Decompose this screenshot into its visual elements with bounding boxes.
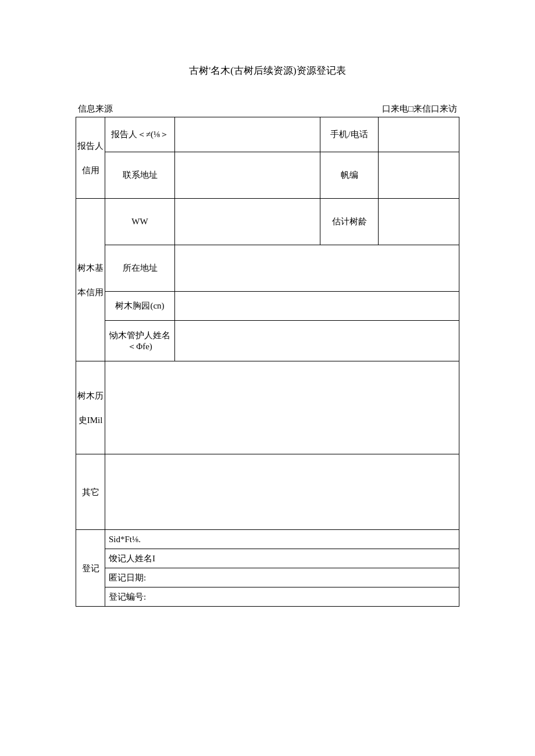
value-est-age[interactable] [379,199,459,245]
register-row-4[interactable]: 登记蝙号: [105,587,459,607]
group-reporter: 报告人信用 [76,117,105,199]
value-other[interactable] [105,454,459,530]
header-row: 信息来源 口来电□来信口来访 [76,103,459,117]
label-ww: WW [105,199,175,245]
label-contact-addr: 联系地址 [105,152,175,199]
label-girth: 树木胸园(cn) [105,292,175,321]
register-row-3[interactable]: 匿记日期: [105,568,459,587]
value-contact-addr[interactable] [175,152,320,199]
label-location: 所在地址 [105,245,175,292]
group-register: 登记 [76,530,105,607]
value-caretaker[interactable] [175,321,459,361]
group-other: 其它 [76,454,105,530]
label-postcode: 帆编 [320,152,379,199]
value-reporter-name[interactable] [175,117,320,152]
label-phone: 手机/电话 [320,117,379,152]
value-location[interactable] [175,245,459,292]
value-phone[interactable] [379,117,459,152]
page-title: 古树'名木(古树后续资源)资源登记表 [76,64,459,77]
value-history[interactable] [105,361,459,454]
register-row-2[interactable]: 馂记人姓名I [105,549,459,568]
registration-table: 报告人信用 报告人＜≠(⅛＞ 手机/电话 联系地址 帆编 树木基本信用 WW 估… [76,117,459,607]
label-caretaker: 恸木管护人姓名＜Φfe) [105,321,175,361]
group-history: 树木历史IMil [76,361,105,454]
value-postcode[interactable] [379,152,459,199]
value-ww[interactable] [175,199,320,245]
label-est-age: 估计树龄 [320,199,379,245]
register-row-1[interactable]: Sid*Ft⅛. [105,530,459,549]
label-reporter-name: 报告人＜≠(⅛＞ [105,117,175,152]
value-girth[interactable] [175,292,459,321]
group-tree: 树木基本信用 [76,199,105,361]
info-source-options: 口来电□来信口来访 [382,103,457,114]
info-source-label: 信息来源 [78,103,113,114]
